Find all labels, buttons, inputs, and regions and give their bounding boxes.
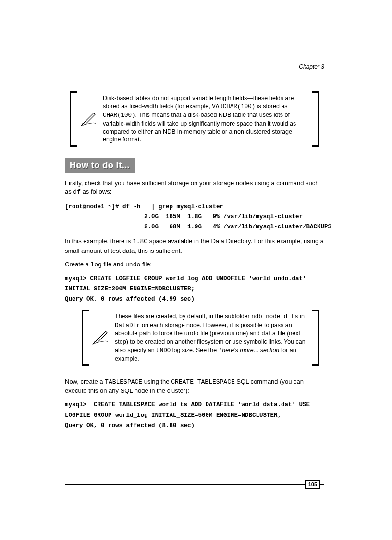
bracket-left-icon (70, 91, 77, 147)
page-number: 105 (305, 480, 320, 489)
n2c4: data (261, 330, 276, 337)
code-block-1: [root@node1 ~]# df -h | grep mysql-clust… (65, 202, 324, 233)
chapter-label: Chapter 3 (297, 63, 324, 70)
n2c1: ndb_nodeid_fs (251, 314, 298, 320)
p2c: 1.8G (133, 238, 147, 245)
p2a: In this example, there is (65, 238, 133, 245)
bracket-right-icon (312, 310, 319, 366)
n2t4: file (previous one) and (199, 330, 262, 337)
p3b: file and (102, 261, 125, 268)
section-heading: How to do it... (65, 158, 135, 173)
p3a: Create a (65, 261, 90, 268)
note1-c2: CHAR(100) (103, 112, 135, 119)
p4b: using the (142, 378, 171, 385)
n2t6: log size. See the (171, 347, 218, 353)
note-text-1: Disk-based tables do not support variabl… (101, 91, 312, 147)
paragraph-3: Create a log file and undo file: (65, 260, 324, 269)
note1-t2: is stored as (255, 103, 287, 110)
p4c2: CREATE TABLESPACE (171, 378, 235, 386)
paragraph-2: In this example, there is 1.8G space ava… (65, 237, 324, 255)
p3c2: undo (125, 261, 140, 268)
quill-icon (89, 310, 113, 366)
quill-icon (77, 91, 101, 147)
p1c: df (73, 188, 81, 196)
note-text-2: These files are created, by default, in … (113, 310, 312, 366)
p3d: file: (140, 261, 152, 268)
n2c2: DataDir (115, 322, 140, 329)
paragraph-1: Firstly, check that you have sufficient … (65, 179, 324, 197)
bracket-left-icon (82, 310, 89, 366)
note-block-2: These files are created, by default, in … (82, 310, 319, 366)
n2t2: in (298, 313, 305, 320)
footer: 105 (65, 484, 324, 485)
page-content: Chapter 3 Disk-based tables do not suppo… (65, 65, 324, 436)
bracket-right-icon (312, 91, 319, 147)
n2t1: These files are created, by default, in … (115, 313, 251, 320)
note-block-1: Disk-based tables do not support variabl… (70, 91, 319, 147)
p4a: Now, create a (65, 378, 105, 385)
note1-c1: VARCHAR(100) (212, 103, 255, 110)
footer-rule: 105 (65, 484, 324, 485)
n2c5: UNDO (156, 347, 171, 354)
p4c1: TABLESPACE (105, 378, 142, 386)
code-block-2: mysql> CREATE LOGFILE GROUP world_log AD… (65, 274, 324, 305)
paragraph-4: Now, create a TABLESPACE using the CREAT… (65, 377, 324, 395)
p1b: as follows: (81, 188, 111, 195)
n2c3: undo (184, 330, 199, 337)
n2i1: There's more... section (219, 347, 280, 353)
p3c1: log (90, 261, 101, 268)
header-rule: Chapter 3 (65, 65, 324, 72)
code-block-3: mysql> CREATE TABLESPACE world_ts ADD DA… (65, 400, 324, 431)
